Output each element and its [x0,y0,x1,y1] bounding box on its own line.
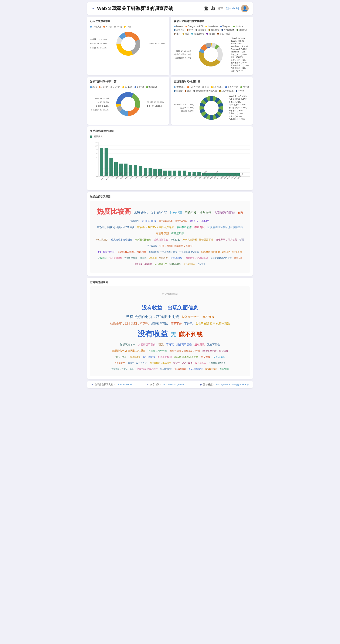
svg-text:2: 2 [97,160,98,162]
qword-3: 玩不下去 [171,321,182,326]
word-7: 无 可以赚钱 [142,218,156,224]
ch-dot-17 [217,33,219,34]
dt-d-3 [111,86,112,88]
dt-ll-1: 2-3h: 11 (13.5%) [90,96,109,100]
qword-13: 不拉盘，死水一潭 [148,349,167,353]
dt-left-labels: 2-3h: 11 (13.5%) 1h: 10 (12.5%) 2-3时: 2 … [90,96,109,112]
footer-label-2: 内容订阅： [150,383,162,386]
qword-6: 游戏玩法单一 [120,342,135,347]
page-container: ✂ Web 3 玩家关于链游赛道的调查反馈 鉴 叔 推荐：@jianshubij… [85,0,255,390]
word-9: 盘子深，有期待 [190,218,209,224]
dt-d-5 [135,86,136,88]
tt-ll-3: 江左: 1 (6.67%) [174,110,194,112]
recommend-link[interactable]: @jianshubiji [225,7,239,10]
svg-text:0: 0 [97,176,98,178]
bar-axie [100,148,103,176]
daily-time-legend: 2-3h 7-8小时 2-3小时 30-10时 1-2小时 0-30分钟 [90,86,166,88]
dt-rl-2: 1-2小时: 13 (32.5%) [147,104,166,108]
qword-15: 经济模型崩溃，死亡螺旋 [202,349,228,353]
ch-rl-telegram: Telegram: 7 (7.48%) [231,48,250,50]
ch-legend-8: 抖音 [187,28,193,32]
ch-dot-4 [205,26,207,28]
legend-item-3: 1-3款 [124,25,131,28]
games-played-title: 已玩过的游戏数量 [90,20,166,23]
ch-dot-11 [221,29,223,31]
tt-d-4 [211,86,213,88]
tt-rl-8: 过月: 5 (33.32%) [229,115,250,118]
tt-d-11 [236,90,237,92]
footer-link-3[interactable]: http://youtube.com/@jianshubiji [216,383,249,386]
tt-ll-2: 过月: 5 (33.32%) [174,106,194,110]
games-played-chart-container: 10款以上: 6 (9.84%) 5-10款: 21 (34.43%) 6-10… [90,30,166,58]
word-30: 好玩 休闲 有的赚 蚊子肉也是肉 官方很努力 [201,250,242,254]
word-39: 是想要做好链游的运营 [210,256,232,260]
footer-icon-1: ✂ [91,383,93,386]
tt-rl-7: 六小时: 1 (1.87%) [229,112,250,115]
tt-ll-1: 500-0时以上: 5 (33.32%) [174,103,194,106]
dt-l-6: 0-30分钟 [146,86,157,88]
qword-19: 利润不足预期 [158,355,172,359]
channels-chart-container: 推荐: 46 (42.99%) 微信公众号 (1.13%) 自媒体推荐 (1.1… [174,37,250,72]
legend-label-1: 5-10款 [106,25,112,28]
legend-item-0: 10款以上 [90,25,101,28]
qword-1: 没有很好的更新，路线图不明确 [126,313,179,320]
ch-rl-douyin: 抖音: 5 (4.67%) [231,56,250,58]
attracted-reasons-card: 被游戏吸引的原因 热度比较高 比较好玩、设计的不错 比较丝滑 明确空投，操作方便… [87,192,253,276]
word-40: 随得人多 [234,256,242,260]
attracted-word-cloud: 热度比较高 比较好玩、设计的不错 比较丝滑 明确空投，操作方便 大型链游有期待 … [90,201,250,273]
ch-lbl-weixin: 微信公众号 (1.13%) [174,53,191,56]
tt-rl-2: 几十个小时: 1 (8.67%) [229,98,250,101]
ch-lbl-zimeiti: 自媒体推荐 (1.13%) [174,56,191,60]
tt-rl-1: 400h以上: 18 (18.87%) [229,95,250,98]
ch-legend-12: 融资信息 [236,28,247,32]
ch-rl-quankuailian: 区块链媒体: 2 (1.87%) [231,64,250,67]
legend-dot-1 [103,26,105,28]
qword-23: 可能套娃坐 [115,361,125,365]
bar-gam [129,165,132,176]
tt-l-11: 一年本 [236,90,244,92]
bar-matrix [105,148,108,176]
bar-ete [216,173,219,176]
qword-2: 投入大于产出，赚不到钱 [182,314,214,320]
x-label-loc: LOC [213,176,217,179]
qword-11: 没有可玩性 [207,342,220,347]
word-17: web2比较大 [96,238,108,242]
legend-dot-0 [90,26,92,28]
dt-ll-2: 1h: 10 (12.5%) [90,100,109,104]
qword-14: 没有可玩性，明显挖矿的旁氏 [170,349,200,353]
dt-l-3: 2-3小时 [111,86,120,88]
quit-word-cloud: 电无交链款时遥远 没有收益，出现负面信息 没有很好的更新，路线图不明确 投入大于… [90,286,250,376]
qword-17: 游戏bug多 [130,355,140,359]
ch-dot-14 [183,33,184,34]
ch-rl-google: Google: 9 (8.4%) [231,40,250,42]
footer: ✂ 自研撸空投工具箱： https://jtools.ai ✂ 内容订阅： ht… [87,381,253,388]
bar-cards-ahoy [188,172,191,176]
ch-dot-5 [220,26,222,28]
ch-legend-17: 自媒体推荐 [217,32,230,35]
word-41: 画质精美，趣味性强 [135,262,152,266]
qword-34: 没有解决痛点 [205,368,217,371]
page-title: Web 3 玩家关于链游赛道的调查反馈 [97,5,173,12]
word-26: 好玩，画风好 游戏好玩，画质好 [159,244,193,248]
ch-dot-9 [195,29,197,31]
word-15: 有发币预期 [156,231,169,236]
footer-link-1[interactable]: https://jtools.ai [117,383,132,386]
footer-link-2[interactable]: http://jianshu.ghost.io [163,383,185,386]
qword-10: 没有新意 [194,342,205,347]
bar-chart-scroll[interactable]: 12 10 8 6 4 2 0 [90,140,250,187]
footer-item-1: ✂ 自研撸空投工具箱： https://jtools.ai [91,383,132,386]
word-3: 明确空投，操作方便 [185,210,211,215]
x-label-snd: SND [135,176,138,179]
ch-dot-7 [174,29,176,31]
qword-kuzao: 枯燥坐牢，回本无期，不好玩 [110,321,149,326]
qword-20: 玩法桔 回本率遥遥无期 [174,355,198,359]
label-610: 6-10款: 15 (24.59%) [90,46,107,50]
channels-donut [197,41,225,68]
legend-dot-3 [124,26,126,28]
ch-legend-4: Newsletter [205,25,218,28]
svg-point-14 [204,48,218,62]
qword-28: 有别的游戏替代了 [208,361,225,365]
qword-wu: 无 [171,330,176,340]
games-played-donut-labels-right: 3-5款: 19 (31.15%) [149,42,166,46]
tt-d-1 [174,86,176,88]
